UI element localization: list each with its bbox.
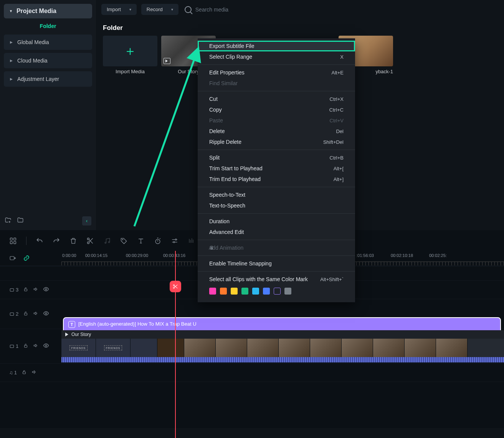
- undo-icon[interactable]: [36, 237, 43, 245]
- menu-duration[interactable]: Duration: [198, 216, 355, 227]
- ruler-tick: 00:00:14:15: [85, 253, 107, 258]
- menu-text-to-speech[interactable]: Text-to-Speech: [198, 200, 355, 211]
- menu-label: Cut: [209, 96, 218, 102]
- lock-icon[interactable]: [23, 311, 28, 318]
- svg-rect-23: [10, 345, 13, 347]
- chevron-right-icon: ▶: [10, 40, 13, 44]
- menu-select-clip-range[interactable]: Select Clip Range X: [198, 51, 355, 62]
- record-dropdown[interactable]: Record ▾: [141, 4, 178, 15]
- trash-icon[interactable]: [69, 237, 77, 245]
- svg-point-10: [105, 242, 106, 243]
- color-swatch[interactable]: [241, 288, 248, 295]
- sidebar-item-label: Adjustment Layer: [17, 76, 59, 82]
- project-media-tab[interactable]: ▼ Project Media: [4, 4, 92, 18]
- menu-label: Speech-to-Text: [209, 192, 245, 198]
- project-media-label: Project Media: [17, 8, 56, 15]
- sidebar-item-cloud-media[interactable]: ▶ Cloud Media: [4, 53, 92, 68]
- svg-rect-17: [10, 288, 13, 291]
- menu-label: Delete: [209, 128, 225, 134]
- color-swatch[interactable]: [220, 288, 227, 295]
- import-media-button[interactable]: ＋ Import Media: [103, 36, 157, 74]
- menu-label: Copy: [209, 107, 222, 113]
- sidebar-item-label: Global Media: [17, 39, 49, 45]
- link-icon[interactable]: [23, 255, 30, 263]
- menu-copy[interactable]: Copy Ctrl+C: [198, 104, 355, 115]
- svg-point-27: [173, 285, 174, 286]
- tag-icon[interactable]: [120, 237, 128, 245]
- menu-split[interactable]: Split Ctrl+B: [198, 152, 355, 163]
- playhead-scissors-icon[interactable]: [170, 281, 181, 292]
- track-1: 1 Our Story: [0, 329, 504, 364]
- folder-link[interactable]: Folder: [4, 23, 92, 29]
- sidebar: ▼ Project Media Folder ▶ Global Media ▶ …: [0, 0, 96, 230]
- music-note-icon: [103, 237, 111, 245]
- menu-trim-end[interactable]: Trim End to Playhead Alt+]: [198, 174, 355, 184]
- sidebar-item-adjustment-layer[interactable]: ▶ Adjustment Layer: [4, 71, 92, 87]
- svg-rect-2: [10, 238, 13, 240]
- eye-icon[interactable]: [43, 342, 49, 350]
- svg-rect-24: [25, 345, 27, 347]
- sliders-icon[interactable]: [171, 237, 178, 245]
- menu-export-subtitle-file[interactable]: Export Subtitle File: [198, 41, 355, 51]
- menu-delete[interactable]: Delete Del: [198, 126, 355, 137]
- media-label: Import Media: [103, 69, 157, 74]
- svg-point-14: [175, 239, 177, 240]
- svg-rect-21: [25, 313, 27, 315]
- sidebar-item-global-media[interactable]: ▶ Global Media: [4, 35, 92, 50]
- menu-speech-to-text[interactable]: Speech-to-Text: [198, 189, 355, 200]
- menu-label: Select Clip Range: [209, 54, 252, 60]
- menu-enable-snapping[interactable]: Enable Timeline Snapping: [198, 258, 355, 269]
- menu-shortcut: Alt+E: [332, 70, 344, 76]
- video-clip[interactable]: Our Story: [61, 330, 504, 362]
- color-swatch[interactable]: [252, 288, 259, 295]
- color-swatch[interactable]: [263, 288, 270, 295]
- color-swatch[interactable]: [284, 288, 291, 295]
- menu-edit-properties[interactable]: Edit Properties Alt+E: [198, 67, 355, 78]
- menu-label: Advanced Edit: [209, 229, 244, 235]
- menu-cut[interactable]: Cut Ctrl+X: [198, 94, 355, 104]
- search-input[interactable]: Search media: [185, 6, 228, 13]
- track-num: 2: [16, 311, 18, 317]
- color-swatch[interactable]: [274, 288, 281, 295]
- text-icon[interactable]: [137, 237, 145, 245]
- video-badge-icon: [164, 58, 170, 64]
- mute-icon[interactable]: [33, 311, 38, 318]
- menu-advanced-edit[interactable]: Advanced Edit: [198, 227, 355, 237]
- folder-icon[interactable]: [17, 217, 24, 225]
- menu-label: Enable Timeline Snapping: [209, 260, 272, 267]
- menu-trim-start[interactable]: Trim Start to Playhead Alt+[: [198, 163, 355, 174]
- search-icon: [185, 6, 192, 13]
- redo-icon[interactable]: [53, 237, 60, 245]
- menu-select-same-color[interactable]: Select all Clips with the Same Color Mar…: [198, 274, 355, 285]
- collapse-sidebar-button[interactable]: ‹: [82, 216, 91, 226]
- stopwatch-icon[interactable]: [154, 237, 162, 245]
- search-placeholder: Search media: [195, 7, 228, 13]
- color-swatch[interactable]: [209, 288, 216, 295]
- import-label: Import: [107, 7, 121, 12]
- track-2: 2 T [English (auto-generated)] How To MI…: [0, 299, 504, 329]
- track-head: 3: [0, 286, 61, 294]
- new-folder-icon[interactable]: [5, 217, 12, 225]
- mute-icon[interactable]: [33, 343, 38, 350]
- ruler-tick: :01:56:03: [356, 253, 374, 258]
- menu-label: Split: [209, 155, 220, 161]
- scissors-icon[interactable]: [86, 237, 94, 245]
- mute-icon[interactable]: [33, 287, 38, 293]
- plus-icon: ＋: [124, 42, 137, 60]
- menu-ripple-delete[interactable]: Ripple Delete Shift+Del: [198, 137, 355, 147]
- ruler-tick: 00:00:43:16: [163, 253, 185, 258]
- menu-shortcut: X: [340, 54, 344, 60]
- playhead[interactable]: [175, 251, 176, 438]
- lock-icon[interactable]: [23, 287, 28, 293]
- eye-icon[interactable]: [43, 310, 49, 318]
- lock-icon[interactable]: [21, 369, 27, 376]
- lock-icon[interactable]: [23, 343, 28, 350]
- eye-icon[interactable]: [43, 286, 49, 294]
- import-dropdown[interactable]: Import ▾: [101, 4, 137, 15]
- add-track-icon[interactable]: [9, 255, 16, 263]
- menu-label: Paste: [209, 117, 223, 123]
- grid-icon[interactable]: [9, 237, 17, 245]
- svg-rect-16: [10, 256, 14, 260]
- color-swatch[interactable]: [231, 288, 238, 295]
- mute-icon[interactable]: [31, 369, 37, 376]
